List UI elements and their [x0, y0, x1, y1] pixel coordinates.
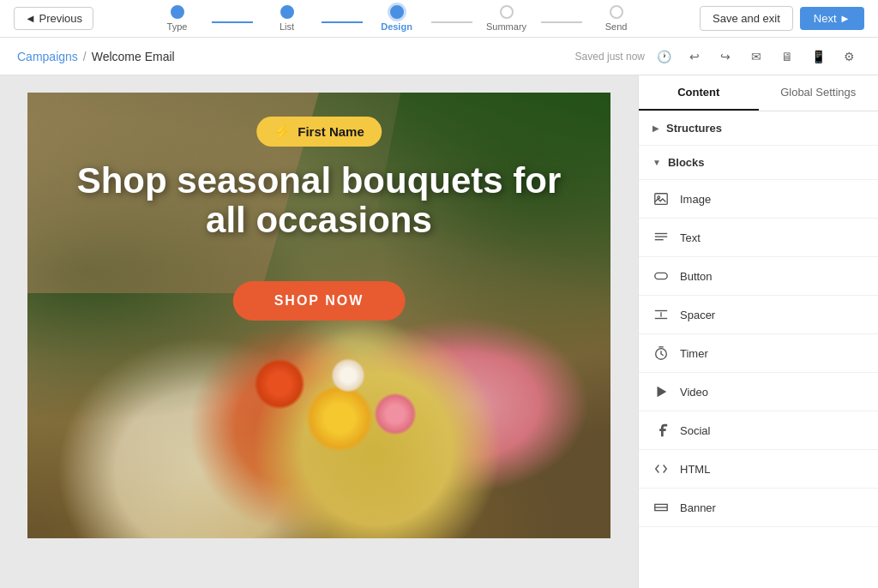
connector-3	[431, 21, 472, 23]
breadcrumb-separator: /	[83, 50, 87, 63]
block-item-text[interactable]: Text	[639, 219, 878, 257]
nav-left: ◄ Previous	[14, 7, 93, 30]
previous-button[interactable]: ◄ Previous	[14, 7, 93, 30]
block-item-spacer[interactable]: Spacer	[639, 296, 878, 334]
html-icon	[652, 460, 670, 477]
button-icon	[652, 267, 670, 285]
connector-2	[322, 21, 363, 23]
mobile-preview-icon[interactable]: 📱	[806, 45, 830, 69]
saved-status: Saved just now	[575, 51, 645, 63]
right-panel: Content Global Settings ▶ Structures ▼ B…	[638, 75, 878, 588]
tab-content[interactable]: Content	[639, 75, 759, 111]
undo-icon[interactable]: ↩	[683, 45, 707, 69]
block-item-social[interactable]: Social	[639, 411, 878, 450]
blocks-chevron: ▼	[652, 158, 661, 167]
desktop-preview-icon[interactable]: 🖥	[775, 45, 799, 69]
block-item-button[interactable]: Button	[639, 257, 878, 296]
step-label-summary: Summary	[486, 21, 526, 32]
connector-1	[212, 21, 253, 23]
pink-flower	[374, 393, 417, 435]
step-dot-send	[610, 5, 623, 19]
clock-icon[interactable]: 🕐	[652, 45, 676, 69]
social-icon	[652, 422, 670, 439]
svg-rect-0	[655, 194, 667, 205]
step-type[interactable]: Type	[143, 5, 212, 32]
breadcrumb-campaigns[interactable]: Campaigns	[17, 50, 78, 63]
panel-content: ▶ Structures ▼ Blocks Image	[639, 111, 878, 588]
steps-row: Type List Design Summary Send	[143, 5, 651, 32]
badge-label: First Name	[298, 124, 364, 139]
headline-text: Shop seasonal bouquets for all occasions	[70, 161, 568, 240]
text-label: Text	[680, 231, 701, 244]
next-button[interactable]: Next ►	[800, 7, 864, 30]
button-label: Button	[680, 270, 713, 283]
breadcrumb: Campaigns / Welcome Email	[17, 50, 175, 63]
connector-4	[541, 21, 582, 23]
text-icon	[652, 229, 670, 246]
social-label: Social	[680, 424, 710, 437]
step-list[interactable]: List	[253, 5, 322, 32]
firstname-badge: ⚡ First Name	[256, 117, 382, 147]
settings-icon[interactable]: ⚙	[837, 45, 861, 69]
svg-rect-5	[655, 273, 667, 279]
block-item-banner[interactable]: Banner	[639, 489, 878, 527]
nav-right: Save and exit Next ►	[700, 6, 864, 31]
email-canvas: ⚡ First Name Shop seasonal bouquets for …	[27, 93, 610, 538]
save-exit-button[interactable]: Save and exit	[700, 6, 793, 31]
banner-label: Banner	[680, 501, 716, 514]
step-dot-design	[390, 5, 404, 19]
block-item-video[interactable]: Video	[639, 373, 878, 411]
tab-global-settings[interactable]: Global Settings	[759, 75, 879, 111]
step-dot-type	[171, 5, 184, 19]
banner-icon	[652, 499, 670, 516]
shop-now-button[interactable]: SHOP NOW	[233, 281, 406, 321]
structures-section[interactable]: ▶ Structures	[639, 111, 878, 146]
email-preview-icon[interactable]: ✉	[744, 45, 768, 69]
main-layout: ⚡ First Name Shop seasonal bouquets for …	[0, 75, 878, 588]
step-send[interactable]: Send	[582, 5, 651, 32]
blocks-label: Blocks	[668, 156, 705, 169]
white-flower	[331, 358, 365, 393]
yellow-flower	[305, 384, 374, 453]
image-icon	[652, 190, 670, 207]
breadcrumb-bar: Campaigns / Welcome Email Saved just now…	[0, 38, 878, 75]
step-label-design: Design	[381, 21, 412, 32]
step-design[interactable]: Design	[363, 5, 431, 32]
step-dot-summary	[500, 5, 514, 19]
timer-icon	[652, 345, 670, 362]
toolbar-icons: Saved just now 🕐 ↩ ↪ ✉ 🖥 📱 ⚙	[575, 45, 861, 69]
spacer-icon	[652, 306, 670, 323]
canvas-area: ⚡ First Name Shop seasonal bouquets for …	[0, 75, 638, 588]
panel-tabs: Content Global Settings	[639, 75, 878, 111]
blocks-header[interactable]: ▼ Blocks	[639, 146, 878, 180]
flower-hero-section: ⚡ First Name Shop seasonal bouquets for …	[27, 93, 610, 538]
timer-label: Timer	[680, 347, 708, 360]
step-summary[interactable]: Summary	[472, 5, 541, 32]
lightning-icon: ⚡	[274, 123, 291, 140]
image-label: Image	[680, 193, 711, 206]
block-item-image[interactable]: Image	[639, 180, 878, 219]
step-label-send: Send	[605, 21, 628, 32]
structures-chevron: ▶	[652, 123, 659, 133]
step-label-type: Type	[167, 21, 188, 32]
block-item-timer[interactable]: Timer	[639, 334, 878, 373]
step-dot-list	[280, 5, 294, 19]
structures-label: Structures	[666, 122, 722, 135]
step-label-list: List	[280, 21, 294, 32]
orange-flower	[254, 358, 305, 410]
spacer-label: Spacer	[680, 309, 715, 321]
redo-icon[interactable]: ↪	[713, 45, 737, 69]
video-icon	[652, 383, 670, 400]
top-nav: ◄ Previous Type List Design Summary Se	[0, 0, 878, 38]
breadcrumb-current: Welcome Email	[92, 50, 175, 63]
html-label: HTML	[680, 463, 710, 476]
svg-marker-11	[658, 387, 667, 398]
video-label: Video	[680, 386, 708, 399]
block-item-html[interactable]: HTML	[639, 450, 878, 489]
